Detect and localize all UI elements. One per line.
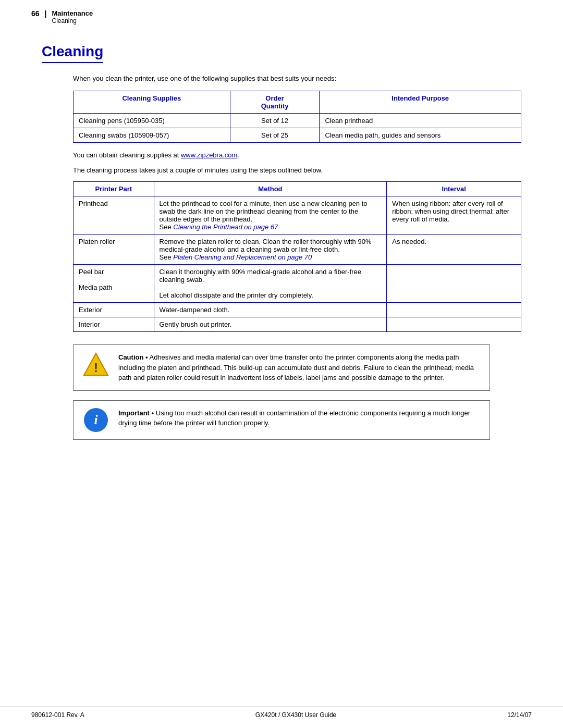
table-row: Exterior Water-dampened cloth.	[74, 303, 521, 317]
important-box: i Important • Using too much alcohol can…	[73, 400, 490, 440]
printer-part: Exterior	[74, 303, 154, 317]
obtain-paragraph: You can obtain cleaning supplies at www.…	[73, 151, 521, 159]
main-content: Cleaning When you clean the printer, use…	[0, 28, 563, 479]
printer-part: Interior	[74, 317, 154, 332]
important-label: Important •	[118, 409, 154, 417]
caution-label: Caution •	[118, 353, 148, 361]
caution-text: Caution • Adhesives and media material c…	[118, 352, 481, 383]
printer-part-header: Printer Part	[74, 182, 154, 196]
table-row: Printhead Let the printhead to cool for …	[74, 196, 521, 235]
intro-text: When you clean the printer, use one of t…	[73, 75, 336, 82]
printer-part: Peel bar Media path	[74, 265, 154, 303]
header-subsection: Cleaning	[52, 17, 93, 24]
table-row: Interior Gently brush out printer.	[74, 317, 521, 332]
method-text: Clean it thoroughly with 90% medical-gra…	[154, 265, 387, 303]
page-title: Cleaning	[42, 43, 103, 63]
footer-center: GX420t / GX430t User Guide	[255, 711, 336, 719]
svg-text:!: !	[94, 361, 98, 375]
interval-text	[387, 265, 521, 303]
platen-cleaning-link[interactable]: Platen Cleaning and Replacement on page …	[173, 253, 312, 261]
method-text: Water-dampened cloth.	[154, 303, 387, 317]
interval-header: Interval	[387, 182, 521, 196]
supplies-col-header: Cleaning Supplies	[74, 91, 230, 114]
supplies-table: Cleaning Supplies Order Quantity Intende…	[73, 91, 521, 143]
obtain-text: You can obtain cleaning supplies at	[73, 151, 181, 159]
interval-text	[387, 303, 521, 317]
page-header: 66 | Maintenance Cleaning	[0, 0, 563, 28]
method-text: Remove the platen roller to clean. Clean…	[154, 235, 387, 265]
footer-right: 12/14/07	[507, 711, 532, 719]
supplies-table-header-row: Cleaning Supplies Order Quantity Intende…	[74, 91, 521, 114]
process-paragraph: The cleaning process takes just a couple…	[73, 166, 521, 174]
order-col-header: Order Quantity	[230, 91, 320, 114]
page-number: 66	[31, 9, 40, 18]
interval-text: As needed.	[387, 235, 521, 265]
footer-left: 980612-001 Rev. A	[31, 711, 84, 719]
process-text: The cleaning process takes just a couple…	[73, 166, 323, 174]
header-divider: |	[45, 9, 47, 18]
method-header: Method	[154, 182, 387, 196]
supply-purpose: Clean media path, guides and sensors	[320, 128, 521, 143]
caution-box: ! Caution • Adhesives and media material…	[73, 344, 490, 391]
info-circle-icon: i	[84, 408, 108, 432]
cleaning-table-header-row: Printer Part Method Interval	[74, 182, 521, 196]
supply-quantity: Set of 12	[230, 114, 320, 128]
supply-quantity: Set of 25	[230, 128, 320, 143]
header-section: Maintenance	[52, 9, 93, 17]
table-row: Cleaning pens (105950-035) Set of 12 Cle…	[74, 114, 521, 128]
page: 66 | Maintenance Cleaning Cleaning When …	[0, 0, 563, 728]
table-row: Platen roller Remove the platen roller t…	[74, 235, 521, 265]
intended-col-header: Intended Purpose	[320, 91, 521, 114]
intro-paragraph: When you clean the printer, use one of t…	[73, 75, 521, 82]
interval-text	[387, 317, 521, 332]
method-text: Gently brush out printer.	[154, 317, 387, 332]
caution-icon: !	[82, 352, 110, 376]
supply-name: Cleaning swabs (105909-057)	[74, 128, 230, 143]
table-row: Peel bar Media path Clean it thoroughly …	[74, 265, 521, 303]
interval-text: When using ribbon: after every roll of r…	[387, 196, 521, 235]
warning-triangle-icon: !	[83, 352, 109, 376]
cleaning-table: Printer Part Method Interval Printhead L…	[73, 181, 521, 332]
table-row: Cleaning swabs (105909-057) Set of 25 Cl…	[74, 128, 521, 143]
printhead-cleaning-link[interactable]: Cleaning the Printhead on page 67	[173, 223, 278, 231]
important-icon: i	[82, 408, 110, 432]
supply-name: Cleaning pens (105950-035)	[74, 114, 230, 128]
important-text: Important • Using too much alcohol can r…	[118, 408, 481, 428]
method-text: Let the printhead to cool for a minute, …	[154, 196, 387, 235]
page-footer: 980612-001 Rev. A GX420t / GX430t User G…	[0, 707, 563, 719]
zipzebra-link[interactable]: www.zipzebra.com	[181, 151, 237, 159]
printer-part: Platen roller	[74, 235, 154, 265]
printer-part: Printhead	[74, 196, 154, 235]
header-breadcrumb: Maintenance Cleaning	[52, 9, 93, 24]
supply-purpose: Clean printhead	[320, 114, 521, 128]
